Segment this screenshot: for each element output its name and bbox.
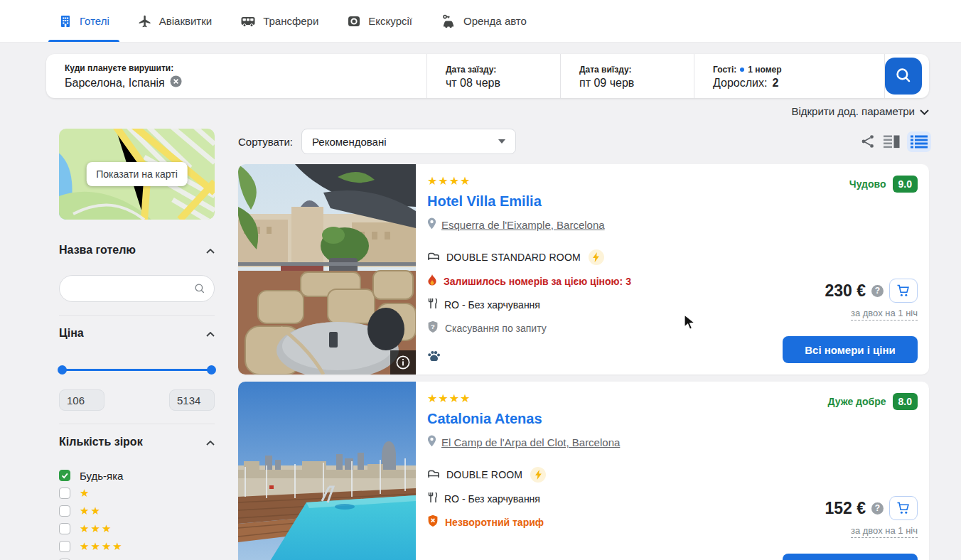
info-icon[interactable] bbox=[390, 350, 416, 375]
star-option-any[interactable]: Будь-яка bbox=[59, 470, 215, 481]
checkout-field[interactable]: Дата виїзду: пт 09 черв bbox=[560, 54, 694, 98]
checkin-label: Дата заїзду: bbox=[446, 65, 546, 75]
price-info-icon[interactable]: ? bbox=[871, 502, 884, 515]
flame-icon bbox=[427, 274, 437, 289]
bed-icon bbox=[427, 468, 440, 481]
hotel-star-rating: ★★★★ bbox=[427, 174, 757, 188]
guests-label: Гості: bbox=[713, 65, 736, 75]
results-panel: Сортувати: Рекомендовані bbox=[238, 129, 929, 560]
plane-icon bbox=[138, 14, 152, 28]
hotel-location-link[interactable]: Esquerra de l'Eixample, Barcelona bbox=[441, 219, 605, 231]
price-max-input[interactable] bbox=[169, 389, 215, 411]
search-icon bbox=[193, 282, 206, 295]
slider-handle-max[interactable] bbox=[207, 365, 216, 375]
checkbox[interactable] bbox=[59, 523, 70, 534]
instant-confirmation-icon bbox=[589, 249, 604, 265]
search-icon bbox=[894, 66, 913, 87]
caret-down-icon bbox=[498, 139, 505, 144]
price-value: 230 € bbox=[825, 281, 866, 301]
bus-icon bbox=[240, 14, 256, 28]
tab-label: Авіаквитки bbox=[159, 15, 212, 27]
star-icons: ★★ bbox=[80, 505, 102, 517]
chevron-up-icon[interactable] bbox=[206, 327, 215, 340]
price-min-input[interactable] bbox=[59, 389, 104, 411]
checkout-label: Дата виїзду: bbox=[579, 65, 680, 75]
checkin-value: чт 08 черв bbox=[446, 77, 546, 90]
hotel-card: ★★★★ Catalonia Atenas El Camp de l'Arpa … bbox=[238, 382, 929, 560]
share-icon[interactable] bbox=[861, 134, 875, 149]
hotel-terrace-image bbox=[238, 164, 416, 375]
chevron-up-icon[interactable] bbox=[206, 244, 215, 257]
price-value: 152 € bbox=[825, 499, 866, 518]
rating-label: Чудово bbox=[849, 178, 886, 190]
tab-hotels[interactable]: Готелі bbox=[58, 0, 109, 42]
dot-icon bbox=[740, 68, 744, 72]
meal-plan: RO - Без харчування bbox=[444, 299, 540, 311]
star-icons: ★★★ bbox=[80, 522, 112, 535]
all-rooms-button[interactable]: Всі номери і ціни bbox=[783, 554, 918, 560]
hotel-photo[interactable] bbox=[238, 382, 416, 560]
slider-track bbox=[60, 369, 213, 371]
top-navigation: Готелі Авіаквитки Трансфери Екскурсії Ор… bbox=[0, 0, 961, 43]
guests-field[interactable]: Гості: 1 номер Дорослих: 2 bbox=[694, 54, 884, 98]
checkbox[interactable] bbox=[59, 488, 70, 499]
guests-rooms: 1 номер bbox=[748, 65, 781, 75]
star-option-4[interactable]: ★★★★ bbox=[59, 541, 215, 552]
search-button[interactable] bbox=[885, 58, 922, 95]
tab-flights[interactable]: Авіаквитки bbox=[138, 0, 212, 42]
destination-field[interactable]: Куди плануєте вирушити: Барселона, Іспан… bbox=[46, 54, 426, 98]
extra-params-toggle[interactable]: Відкрити дод. параметри bbox=[791, 105, 929, 117]
hotel-pool-image bbox=[238, 382, 416, 560]
destination-label: Куди плануєте вирушити: bbox=[65, 63, 412, 73]
star-option-1[interactable]: ★ bbox=[59, 488, 215, 499]
hotel-name-search-input[interactable] bbox=[59, 275, 215, 302]
add-to-cart-button[interactable] bbox=[889, 496, 918, 520]
hotel-location-link[interactable]: El Camp de l'Arpa del Clot, Barcelona bbox=[441, 436, 620, 448]
star-option-3[interactable]: ★★★ bbox=[59, 523, 215, 534]
tab-transfers[interactable]: Трансфери bbox=[240, 0, 318, 42]
grid-view-icon[interactable] bbox=[884, 135, 901, 149]
filters-sidebar: Показати на карті Назва готелю Ціна bbox=[59, 129, 215, 560]
map-preview[interactable]: Показати на карті bbox=[59, 129, 215, 220]
star-icons: ★ bbox=[80, 487, 90, 500]
rooms-left-notice: Залишилось номерів за цією ціною: 3 bbox=[444, 276, 631, 287]
tab-excursions[interactable]: Екскурсії bbox=[347, 0, 412, 42]
price-basis-note: за двох на 1 ніч bbox=[851, 525, 918, 538]
all-rooms-button[interactable]: Всі номери і ціни bbox=[783, 336, 918, 363]
price-info-icon[interactable]: ? bbox=[871, 285, 884, 297]
cart-icon bbox=[896, 284, 911, 297]
pets-allowed-icon bbox=[427, 350, 757, 365]
adults-value: 2 bbox=[772, 77, 778, 90]
chevron-down-icon bbox=[920, 105, 929, 117]
hotel-building-icon bbox=[58, 14, 73, 28]
cancellation-policy: Скасування по запиту bbox=[445, 323, 547, 334]
sort-select[interactable]: Рекомендовані bbox=[301, 129, 516, 154]
clear-destination-icon[interactable] bbox=[170, 75, 182, 90]
checkbox-checked[interactable] bbox=[59, 470, 70, 481]
bed-icon bbox=[427, 251, 440, 264]
rating-score-badge: 9.0 bbox=[893, 176, 918, 193]
shield-question-icon: ? bbox=[427, 321, 439, 335]
add-to-cart-button[interactable] bbox=[889, 279, 918, 303]
show-on-map-button[interactable]: Показати на карті bbox=[86, 162, 188, 186]
hotel-name-link[interactable]: Catalonia Atenas bbox=[427, 411, 757, 427]
hotel-card: ★★★★ Hotel Villa Emilia Esquerra de l'Ei… bbox=[238, 164, 929, 375]
hotel-name-link[interactable]: Hotel Villa Emilia bbox=[427, 193, 757, 210]
cart-icon bbox=[896, 502, 911, 515]
price-slider[interactable] bbox=[59, 365, 215, 374]
chevron-up-icon[interactable] bbox=[206, 436, 215, 448]
checkbox[interactable] bbox=[59, 505, 70, 517]
tab-label: Екскурсії bbox=[368, 15, 412, 27]
checkout-value: пт 09 черв bbox=[579, 77, 680, 90]
checkin-field[interactable]: Дата заїзду: чт 08 черв bbox=[426, 54, 560, 98]
room-type: DOUBLE STANDARD ROOM bbox=[446, 252, 581, 263]
hotel-photo[interactable] bbox=[238, 164, 416, 375]
list-view-icon[interactable] bbox=[909, 134, 929, 150]
slider-handle-min[interactable] bbox=[58, 365, 67, 375]
star-option-2[interactable]: ★★ bbox=[59, 505, 215, 517]
checkbox[interactable] bbox=[59, 541, 70, 552]
meal-icon bbox=[427, 298, 438, 311]
price-filter-title: Ціна bbox=[59, 327, 84, 340]
tab-car-rental[interactable]: Оренда авто bbox=[441, 0, 527, 42]
search-bar: Куди плануєте вирушити: Барселона, Іспан… bbox=[46, 54, 929, 98]
